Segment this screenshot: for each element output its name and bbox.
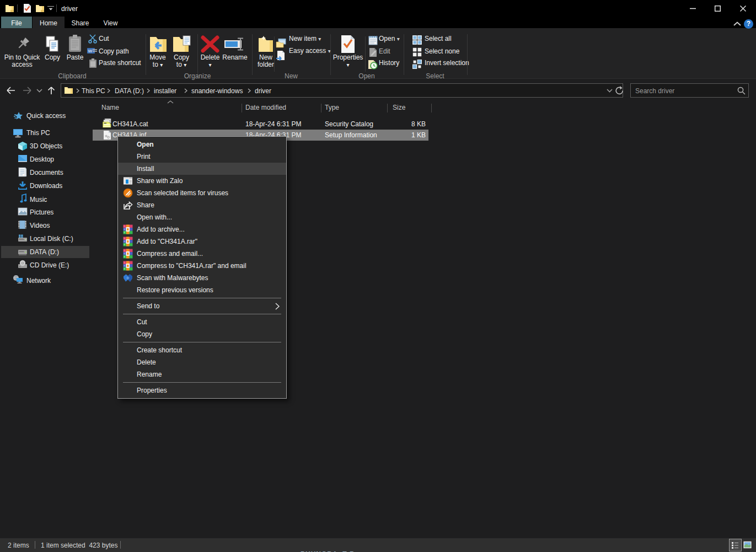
svg-text:W: W <box>88 49 93 53</box>
